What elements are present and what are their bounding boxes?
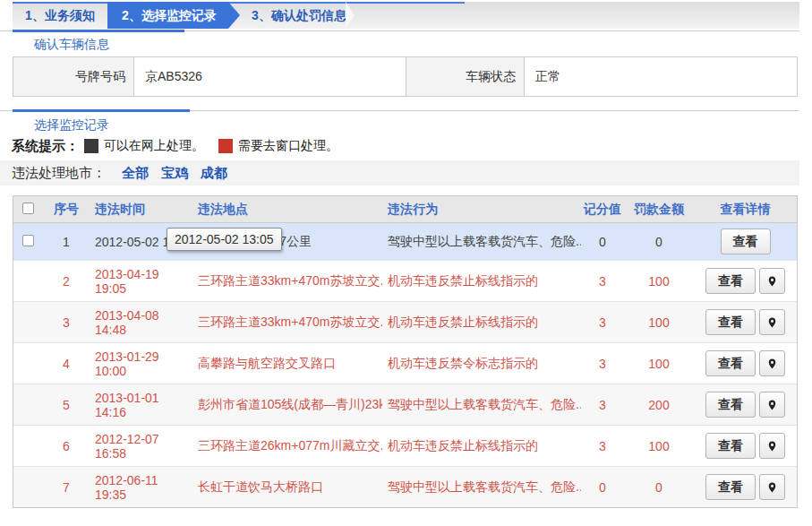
table-row[interactable]: 4 2013-01-29 10:00 高攀路与航空路交叉路口 机动车违反禁令标志… [13,342,797,384]
city-filter-baoji[interactable]: 宝鸡 [161,165,188,182]
points-value: 0 [599,235,606,249]
header-violation-time: 违法时间 [87,202,192,218]
location-pin-button[interactable] [759,433,785,459]
window-legend-square [218,139,233,153]
violation-location: 三环路主道33km+470m苏坡立交... [198,315,382,329]
view-button[interactable]: 查看 [705,350,756,376]
map-pin-icon [766,357,778,371]
view-button[interactable]: 查看 [705,268,756,294]
table-row[interactable]: 7 2012-06-11 19:35 长虹干道饮马大桥路口 驾驶中型以上载客载货… [13,466,797,507]
row-number: 7 [63,480,70,495]
points-value: 3 [599,315,606,330]
row-number: 2 [63,274,70,289]
table-row[interactable]: 3 2013-04-08 14:48 三环路主道33km+470m苏坡立交...… [13,301,797,342]
violation-location: 三环路主道33km+470m苏坡立交... [198,273,382,288]
violation-behavior: 机动车违反禁止标线指示的 [388,315,538,329]
header-violation-behavior: 违法行为 [382,202,581,218]
city-filter-bar: 违法处理地市： 全部 宝鸡 成都 [0,160,799,185]
row-number: 4 [63,357,70,371]
fine-amount: 0 [655,480,662,495]
violation-behavior: 驾驶中型以上载客载货汽车、危险... [388,479,581,494]
table-row[interactable]: 6 2012-12-07 16:58 三环路主道26km+077m川藏立交...… [13,425,797,466]
select-all-checkbox[interactable] [22,203,34,214]
step-divider-chevron [346,2,355,29]
row-number: 3 [63,315,70,330]
points-value: 0 [599,480,606,495]
points-value: 3 [599,398,606,412]
violation-location: 彭州市省道105线(成都—青川)23k... [198,397,382,411]
window-legend-label: 需要去窗口处理。 [238,138,338,154]
city-filter-label: 违法处理地市： [12,165,106,182]
table-row[interactable]: 5 2013-01-01 14:16 彭州市省道105线(成都—青川)23k..… [13,384,797,425]
step-navigation: 1、业务须知 2、选择监控记录 3、确认处罚信息 [13,2,799,29]
location-pin-button[interactable] [759,474,785,500]
location-pin-button[interactable] [759,268,785,294]
points-value: 3 [599,357,606,371]
records-section-title: 选择监控记录 [34,117,109,134]
map-pin-icon [766,439,778,453]
violation-behavior: 驾驶中型以上载客载货汽车、危险... [388,234,581,248]
header-no: 序号 [46,202,87,218]
plate-number-label: 号牌号码 [13,57,134,96]
table-header: 序号 违法时间 违法地点 违法行为 记分值 罚款金额 查看详情 [13,196,797,223]
system-hint-prefix: 系统提示： [12,138,79,155]
fine-amount: 100 [648,357,669,371]
system-hint: 系统提示： 可以在网上处理。 需要去窗口处理。 [12,137,338,155]
violation-location: 三环路主道26km+077m川藏立交... [198,438,382,453]
header-view-detail: 查看详情 [694,202,797,218]
city-filter-all[interactable]: 全部 [122,165,149,182]
violation-time: 2013-01-01 14:16 [95,391,159,419]
fine-amount: 100 [648,439,669,453]
violation-behavior: 机动车违反禁令标志指示的 [388,356,538,370]
vehicle-status-label: 车辆状态 [406,57,525,96]
points-value: 3 [599,274,606,289]
violation-location: 高攀路与航空路交叉路口 [198,356,336,370]
violation-time: 2012-06-11 19:35 [95,473,158,502]
fine-amount: 200 [648,398,669,412]
view-button[interactable]: 查看 [705,309,756,335]
row-number: 5 [63,398,70,412]
violation-time: 2013-01-29 10:00 [95,349,159,378]
violation-time: 2013-04-19 19:05 [95,267,159,296]
row-number: 1 [63,235,70,249]
online-legend-square [84,139,98,153]
points-value: 3 [599,439,606,453]
table-row[interactable]: 1 2012-05-02 1 2157公里 驾驶中型以上载客载货汽车、危险...… [13,223,797,260]
location-pin-button[interactable] [759,392,785,418]
vehicle-section-title: 确认车辆信息 [34,37,109,53]
step-confirm-penalty[interactable]: 3、确认处罚信息 [240,2,358,29]
map-pin-icon [766,274,778,289]
step-business-notice[interactable]: 1、业务须知 [13,2,107,29]
header-fine: 罚款金额 [624,202,694,218]
violation-time: 2012-12-07 16:58 [95,432,159,461]
row-checkbox[interactable] [22,235,34,246]
header-points: 记分值 [581,202,624,218]
violation-location: 长虹干道饮马大桥路口 [198,479,323,494]
view-button[interactable]: 查看 [721,229,771,254]
map-pin-icon [766,315,778,330]
violation-behavior: 驾驶中型以上载客载货汽车、危险... [388,397,581,411]
violation-behavior: 机动车违反禁止标线指示的 [388,438,538,453]
table-row[interactable]: 2 2013-04-19 19:05 三环路主道33km+470m苏坡立交...… [13,260,797,301]
online-legend-label: 可以在网上处理。 [104,138,204,154]
violation-time: 2013-04-08 14:48 [95,308,159,337]
view-button[interactable]: 查看 [705,433,756,459]
view-button[interactable]: 查看 [705,392,756,418]
row-number: 6 [63,439,70,453]
city-filter-chengdu[interactable]: 成都 [201,165,227,182]
fine-amount: 0 [655,235,662,249]
step-select-records[interactable]: 2、选择监控记录 [107,2,240,29]
table-body: 1 2012-05-02 1 2157公里 驾驶中型以上载客载货汽车、危险...… [13,223,797,507]
vehicle-status-value: 正常 [525,57,797,96]
vehicle-tab-underline [13,30,184,32]
location-pin-button[interactable] [759,350,785,376]
location-pin-button[interactable] [759,309,785,335]
map-pin-icon [766,398,778,412]
plate-number-value: 京AB5326 [134,57,406,96]
view-button[interactable]: 查看 [705,474,756,500]
violation-behavior: 机动车违反禁止标线指示的 [388,273,538,288]
time-tooltip: 2012-05-02 13:05 [167,228,282,251]
fine-amount: 100 [648,274,669,289]
violation-records-table: 序号 违法时间 违法地点 违法行为 记分值 罚款金额 查看详情 1 2012-0… [13,195,798,508]
vehicle-info-table: 号牌号码 京AB5326 车辆状态 正常 [13,56,798,97]
